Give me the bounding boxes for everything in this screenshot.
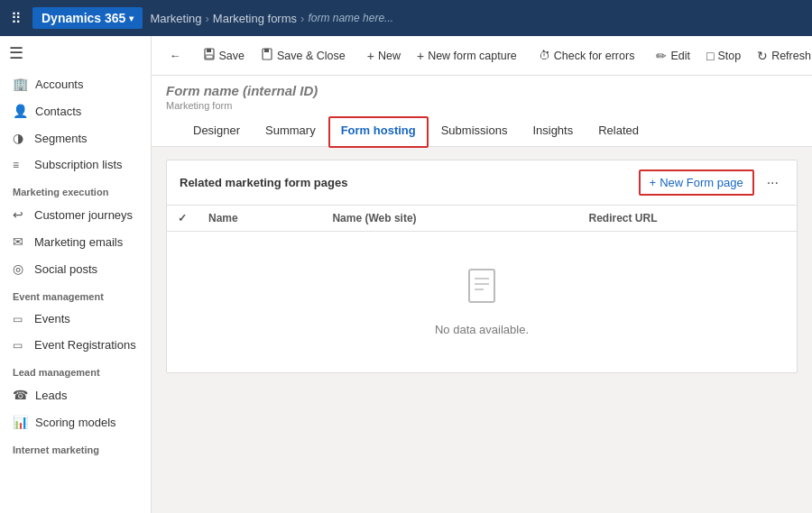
sidebar-item-segments[interactable]: ◑ Segments [0, 124, 151, 151]
new-button[interactable]: + New [360, 44, 408, 68]
tab-insights[interactable]: Insights [520, 116, 586, 146]
sidebar-item-contacts[interactable]: 👤 Contacts [0, 97, 151, 124]
col-header-check: ✓ [167, 206, 198, 232]
events-icon: ▭ [13, 313, 27, 325]
sidebar-item-customer-journeys[interactable]: ↩ Customer journeys [0, 201, 151, 228]
sidebar-label-events: Events [34, 312, 70, 325]
save-button[interactable]: Save [196, 43, 253, 68]
new-form-page-plus-icon: + [650, 176, 657, 189]
sidebar-section-internet: Internet marketing [0, 435, 151, 459]
sidebar-item-event-registrations[interactable]: ▭ Event Registrations [0, 332, 151, 358]
sidebar-label-customer-journeys: Customer journeys [34, 208, 133, 222]
breadcrumb: Marketing › Marketing forms › form name … [150, 12, 393, 25]
breadcrumb-marketing-forms[interactable]: Marketing forms [213, 12, 297, 25]
refresh-icon: ↻ [757, 49, 768, 63]
sidebar-item-marketing-emails[interactable]: ✉ Marketing emails [0, 228, 151, 255]
breadcrumb-sep1: › [205, 12, 208, 25]
tab-related[interactable]: Related [586, 116, 651, 146]
tab-form-hosting[interactable]: Form hosting [328, 116, 429, 148]
sidebar-label-marketing-emails: Marketing emails [34, 235, 123, 249]
no-data-message: No data available. [167, 232, 797, 372]
save-label: Save [219, 50, 245, 62]
sidebar-item-leads[interactable]: ☎ Leads [0, 381, 151, 408]
form-pages-table: ✓ Name Name (Web site) Redirect URL [167, 206, 797, 232]
check-errors-icon: ⏱ [539, 49, 550, 62]
segments-icon: ◑ [13, 131, 27, 145]
stop-label: Stop [717, 50, 741, 62]
save-close-icon [261, 48, 273, 63]
waffle-icon[interactable]: ⠿ [7, 6, 25, 31]
save-close-label: Save & Close [277, 50, 346, 62]
main-content: Related marketing form pages + New Form … [152, 147, 812, 513]
sidebar-label-leads: Leads [35, 389, 67, 402]
sidebar: ☰ 🏢 Accounts 👤 Contacts ◑ Segments ≡ Sub… [0, 36, 152, 513]
svg-rect-5 [469, 270, 494, 302]
scoring-models-icon: 📊 [13, 415, 28, 429]
refresh-label: Refresh [771, 50, 811, 62]
edit-icon: ✏ [656, 49, 667, 63]
sidebar-section-leads: Lead management [0, 358, 151, 381]
marketing-emails-icon: ✉ [13, 234, 27, 249]
sidebar-item-subscription-lists[interactable]: ≡ Subscription lists [0, 151, 151, 178]
breadcrumb-current: form name here... [308, 12, 393, 24]
content-area: ← Save Save & Close + New + [152, 36, 812, 513]
new-label: New [378, 50, 401, 62]
refresh-button[interactable]: ↻ Refresh [750, 44, 812, 68]
social-posts-icon: ◎ [13, 261, 27, 276]
section-title: Related marketing form pages [180, 176, 347, 189]
edit-button[interactable]: ✏ Edit [649, 44, 697, 68]
sidebar-item-events[interactable]: ▭ Events [0, 306, 151, 332]
tab-designer[interactable]: Designer [180, 116, 253, 146]
sidebar-label-accounts: Accounts [35, 78, 83, 91]
col-header-redirect-url[interactable]: Redirect URL [577, 206, 797, 232]
sidebar-label-social-posts: Social posts [34, 262, 97, 276]
subscription-lists-icon: ≡ [13, 159, 27, 171]
table-header-row: ✓ Name Name (Web site) Redirect URL [167, 206, 797, 232]
tab-summary[interactable]: Summary [253, 116, 328, 146]
contacts-icon: 👤 [13, 104, 28, 118]
section-actions: + New Form page ··· [639, 169, 784, 196]
record-header: Form name (internal ID) Marketing form D… [152, 76, 812, 147]
back-button[interactable]: ← [162, 45, 189, 67]
sidebar-item-accounts[interactable]: 🏢 Accounts [0, 70, 151, 97]
app-name-label: Dynamics 365 [42, 11, 125, 25]
sidebar-item-social-posts[interactable]: ◎ Social posts [0, 255, 151, 282]
sidebar-item-scoring-models[interactable]: 📊 Scoring models [0, 408, 151, 435]
record-title: Form name (internal ID) [166, 83, 798, 98]
main-layout: ☰ 🏢 Accounts 👤 Contacts ◑ Segments ≡ Sub… [0, 36, 812, 513]
save-icon [203, 48, 216, 63]
sidebar-label-subscription-lists: Subscription lists [34, 158, 123, 171]
save-close-button[interactable]: Save & Close [254, 43, 353, 68]
top-navigation: ⠿ Dynamics 365 ▾ Marketing › Marketing f… [0, 0, 812, 36]
toolbar: ← Save Save & Close + New + [152, 36, 812, 76]
stop-icon: □ [706, 49, 714, 63]
sidebar-section-events: Event management [0, 282, 151, 306]
svg-rect-4 [264, 49, 269, 52]
record-subtitle: Marketing form [166, 100, 798, 111]
app-name-button[interactable]: Dynamics 365 ▾ [32, 7, 143, 29]
leads-icon: ☎ [13, 388, 28, 402]
new-form-capture-label: New form capture [428, 50, 517, 62]
more-options-button[interactable]: ··· [761, 171, 784, 195]
new-form-page-button[interactable]: + New Form page [639, 169, 754, 196]
sidebar-toggle[interactable]: ☰ [0, 36, 151, 70]
back-icon: ← [170, 50, 181, 62]
check-errors-button[interactable]: ⏱ Check for errors [531, 44, 642, 67]
stop-button[interactable]: □ Stop [699, 44, 748, 68]
related-form-pages-section: Related marketing form pages + New Form … [166, 160, 798, 373]
event-registrations-icon: ▭ [13, 339, 27, 352]
breadcrumb-sep2: › [300, 12, 304, 25]
tab-submissions[interactable]: Submissions [429, 116, 521, 146]
new-form-capture-button[interactable]: + New form capture [410, 44, 524, 68]
accounts-icon: 🏢 [13, 77, 28, 91]
breadcrumb-marketing[interactable]: Marketing [150, 12, 201, 25]
svg-rect-2 [206, 55, 213, 59]
app-chevron-icon: ▾ [129, 14, 134, 23]
svg-rect-1 [207, 49, 211, 52]
tabs-container: Designer Summary Form hosting Submission… [166, 116, 798, 146]
col-header-name[interactable]: Name [198, 206, 321, 232]
col-header-name-website[interactable]: Name (Web site) [321, 206, 577, 232]
no-data-text: No data available. [435, 323, 529, 336]
section-header: Related marketing form pages + New Form … [167, 160, 797, 206]
sidebar-label-segments: Segments [34, 132, 88, 145]
